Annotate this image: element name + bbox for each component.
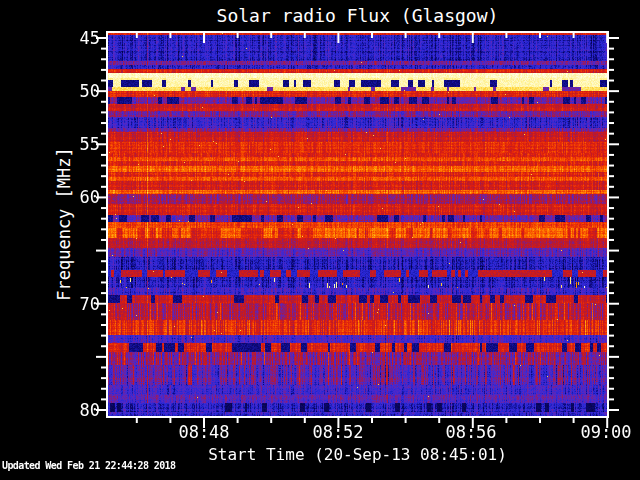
y-axis-title: Frequency [MHz] — [54, 147, 74, 301]
x-tick-label: 08:48 — [164, 422, 244, 442]
x-tick-label: 08:52 — [298, 422, 378, 442]
updated-timestamp: Updated Wed Feb 21 22:44:28 2018 — [2, 460, 175, 471]
y-tick-label: 80 — [30, 401, 100, 419]
y-tick-label: 70 — [30, 295, 100, 313]
spectrogram-page: Solar radio Flux (Glasgow) Frequency [MH… — [0, 0, 640, 480]
y-tick-label: 45 — [30, 29, 100, 47]
y-tick-label: 60 — [30, 188, 100, 206]
x-tick-label: 08:56 — [431, 422, 511, 442]
spectrogram-image — [107, 32, 608, 417]
x-tick-label: 09:00 — [566, 422, 640, 442]
y-tick-label: 50 — [30, 82, 100, 100]
x-axis-title: Start Time (20-Sep-13 08:45:01) — [106, 445, 609, 464]
chart-title: Solar radio Flux (Glasgow) — [106, 5, 609, 26]
y-tick-label: 55 — [30, 135, 100, 153]
